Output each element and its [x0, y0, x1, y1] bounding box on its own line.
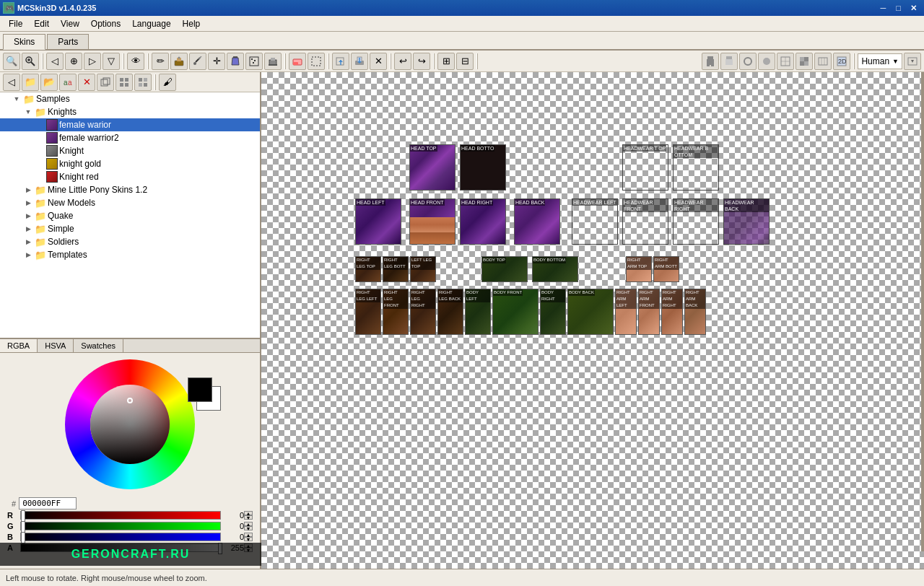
- crosshair-button[interactable]: ✛: [208, 53, 225, 70]
- tree-item-knight-red[interactable]: Knight red: [0, 170, 260, 183]
- model-options[interactable]: [904, 53, 921, 70]
- expand-quake[interactable]: ▶: [23, 211, 33, 221]
- color-wheel[interactable]: [65, 359, 195, 489]
- menu-file[interactable]: File: [3, 17, 28, 30]
- tree-folder-new-models[interactable]: ▶ 📁 New Models: [0, 196, 260, 209]
- g-spinbox[interactable]: ▲ ▼: [244, 522, 253, 530]
- canvas-area[interactable]: HEAD TOP HEAD BOTTO HEADWEAR T OP HEADWE…: [261, 72, 924, 569]
- bucket-button[interactable]: [227, 53, 244, 70]
- export-button[interactable]: [351, 53, 368, 70]
- color-dot[interactable]: [127, 398, 133, 403]
- foreground-swatch[interactable]: [188, 377, 212, 402]
- tree-grid2[interactable]: [134, 74, 152, 91]
- b-slider-track[interactable]: [20, 533, 221, 541]
- import-button[interactable]: [332, 53, 349, 70]
- tree-back[interactable]: ◁: [3, 74, 20, 91]
- eyedropper-button[interactable]: [189, 53, 206, 70]
- skin-view5[interactable]: [777, 53, 794, 70]
- back-button[interactable]: ◁: [46, 53, 64, 70]
- b-slider-thumb[interactable]: [21, 532, 25, 543]
- tree-grid1[interactable]: [116, 74, 133, 91]
- view-toggle[interactable]: 👁: [127, 53, 144, 70]
- color-tab-hsva[interactable]: HSVA: [38, 339, 74, 352]
- tree-new-folder[interactable]: 📁: [22, 74, 39, 91]
- expand-soldiers[interactable]: ▶: [23, 237, 33, 247]
- tree-clone[interactable]: [97, 74, 114, 91]
- swatch-container[interactable]: [188, 377, 231, 421]
- menu-help[interactable]: Help: [177, 17, 206, 30]
- clone-brush-button[interactable]: [170, 53, 188, 70]
- expand-mlp[interactable]: ▶: [23, 185, 33, 195]
- down-button[interactable]: ▽: [103, 53, 120, 70]
- skin-view2[interactable]: [720, 53, 738, 70]
- undo-button[interactable]: ↩: [394, 53, 411, 70]
- pencil-button[interactable]: ✏: [152, 53, 169, 70]
- skin-view4[interactable]: [758, 53, 775, 70]
- forward-button[interactable]: ▷: [84, 53, 101, 70]
- skin-view3[interactable]: [739, 53, 757, 70]
- color-tab-rgba[interactable]: RGBA: [0, 339, 38, 352]
- tree-folder-quake[interactable]: ▶ 📁 Quake: [0, 209, 260, 222]
- hex-input[interactable]: [19, 497, 77, 510]
- color-picker-triangle[interactable]: [90, 385, 170, 464]
- tab-skins[interactable]: Skins: [3, 34, 45, 50]
- expand-new-models[interactable]: ▶: [23, 198, 33, 208]
- r-slider-thumb[interactable]: [21, 510, 25, 522]
- g-decrement[interactable]: ▼: [244, 526, 253, 530]
- r-slider-track[interactable]: [20, 511, 221, 520]
- expand-knights[interactable]: ▼: [23, 107, 33, 117]
- menu-edit[interactable]: Edit: [28, 17, 55, 30]
- perspective-button[interactable]: ⊕: [65, 53, 82, 70]
- minimize-button[interactable]: ─: [876, 1, 891, 14]
- tree-folder-mlp[interactable]: ▶ 📁 Mine Little Pony Skins 1.2: [0, 183, 260, 196]
- redo-button[interactable]: ↪: [413, 53, 430, 70]
- r-spinbox[interactable]: ▲ ▼: [244, 511, 253, 520]
- tree-folder-templates[interactable]: ▶ 📁 Templates: [0, 248, 260, 261]
- select-button[interactable]: [308, 53, 325, 70]
- expand-templates[interactable]: ▶: [23, 250, 33, 260]
- b-decrement[interactable]: ▼: [244, 537, 253, 541]
- skin-view7[interactable]: [814, 53, 832, 70]
- tree-folder-simple[interactable]: ▶ 📁 Simple: [0, 222, 260, 235]
- tree-paint[interactable]: 🖌: [159, 74, 176, 91]
- tab-parts[interactable]: Parts: [47, 34, 89, 49]
- menu-options[interactable]: Options: [85, 17, 126, 30]
- grid2-button[interactable]: ⊟: [456, 53, 474, 70]
- zoom-in-button[interactable]: [22, 53, 39, 70]
- svg-rect-46: [819, 58, 827, 65]
- delete-button[interactable]: ✕: [370, 53, 387, 70]
- tree-delete[interactable]: ✕: [78, 74, 95, 91]
- tree-item-female-warior[interactable]: female warior: [0, 118, 260, 131]
- g-slider-track[interactable]: [20, 522, 221, 530]
- eraser-button[interactable]: [289, 53, 306, 70]
- expand-simple[interactable]: ▶: [23, 224, 33, 234]
- noise-button[interactable]: [245, 53, 263, 70]
- skin-view8[interactable]: 2D: [833, 53, 850, 70]
- tree-folder-knights[interactable]: ▼ 📁 Knights: [0, 105, 260, 118]
- skin-view6[interactable]: [796, 53, 813, 70]
- color-tab-swatches[interactable]: Swatches: [74, 339, 123, 352]
- maximize-button[interactable]: □: [891, 1, 906, 14]
- grid-button[interactable]: ⊞: [437, 53, 455, 70]
- model-dropdown[interactable]: Human ▼: [858, 53, 902, 69]
- tree-item-female-warrior2[interactable]: female warrior2: [0, 131, 260, 144]
- resize-handle[interactable]: [921, 72, 924, 551]
- tree-item-knight[interactable]: Knight: [0, 144, 260, 157]
- tree-item-knight-gold[interactable]: knight gold: [0, 157, 260, 170]
- tree-view[interactable]: ▼ 📁 Samples ▼ 📁 Knights: [0, 92, 260, 338]
- b-spinbox[interactable]: ▲ ▼: [244, 533, 253, 541]
- menu-view[interactable]: View: [55, 17, 85, 30]
- tree-folder-soldiers[interactable]: ▶ 📁 Soldiers: [0, 235, 260, 248]
- close-button[interactable]: ✕: [906, 1, 921, 14]
- stamp-button[interactable]: [264, 53, 282, 70]
- title-text: MCSkin3D v1.4.0.235: [17, 4, 876, 12]
- g-slider-thumb[interactable]: [21, 521, 25, 533]
- menu-language[interactable]: Language: [126, 17, 176, 30]
- r-decrement[interactable]: ▼: [244, 515, 253, 520]
- expand-samples[interactable]: ▼: [12, 94, 22, 104]
- tree-root-samples[interactable]: ▼ 📁 Samples: [0, 92, 260, 105]
- skin-view1[interactable]: [702, 53, 719, 70]
- tree-open[interactable]: 📂: [40, 74, 58, 91]
- tree-rename[interactable]: aa: [59, 74, 77, 91]
- zoom-out-button[interactable]: 🔍: [3, 53, 20, 70]
